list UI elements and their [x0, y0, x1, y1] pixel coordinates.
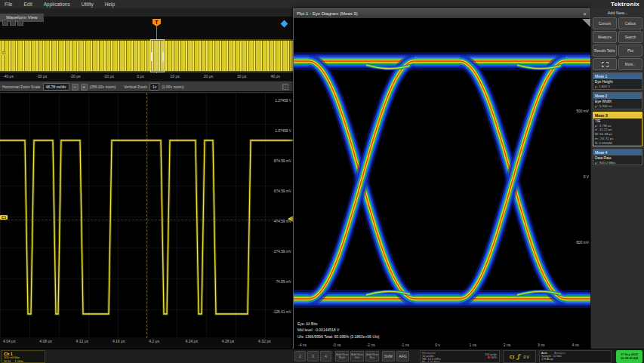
- rising-edge-icon: [516, 354, 522, 360]
- zoom-box-handle[interactable]: [151, 52, 153, 61]
- meas1-header: Meas 1: [593, 73, 642, 79]
- position-dot-icon: [488, 356, 490, 358]
- overview-time-label: 0 μs: [137, 74, 144, 78]
- cursors-button[interactable]: Cursors: [593, 17, 617, 29]
- add-new-label: Add New...: [591, 8, 644, 17]
- zoom-time-label: 4.32 μs: [258, 339, 271, 343]
- eye-source-line: Eye: All Bits: [297, 321, 379, 328]
- eye-diagram-heatmap: [294, 19, 591, 349]
- afg-button[interactable]: AFG: [396, 351, 409, 361]
- zoom-voltage-label: 674.59 mV: [274, 189, 291, 193]
- measurement-badge-meas1[interactable]: Meas 1 Eye Height μ: 1.824 V: [593, 72, 642, 90]
- menu-file[interactable]: File: [5, 2, 12, 7]
- trigger-position-marker[interactable]: T: [153, 19, 161, 26]
- acquisition-count: 179 Acqs: [541, 358, 609, 361]
- channel-1-badge[interactable]: Ch 1 100 mV/div 50 Ω 1 GHz: [2, 350, 45, 363]
- sidebar-button-grid: Cursors Callout Measure Search Results T…: [591, 17, 644, 70]
- search-button[interactable]: Search: [618, 31, 642, 43]
- zoom-box-handle[interactable]: [162, 52, 164, 61]
- eye-time-label: 1 ns: [470, 343, 476, 347]
- overview-tool-icon[interactable]: [10, 20, 16, 26]
- overview-tool-icon[interactable]: [2, 20, 8, 26]
- meas2-value: μ': 5.906 ns: [593, 104, 642, 109]
- add-new-ref-button[interactable]: Add New Ref: [350, 351, 364, 361]
- eye-diagram-window: Plot 1 - Eye Diagram (Meas 3) × Eye: All…: [293, 8, 590, 349]
- plot-button-label: Plot: [627, 49, 633, 53]
- zoom-region-box[interactable]: [150, 39, 165, 72]
- measure-button-label: Measure: [598, 35, 612, 39]
- trigger-source: C1: [510, 355, 514, 359]
- overview-tool-icon[interactable]: [17, 20, 23, 26]
- time-label: 10:28:46 AM: [621, 357, 638, 361]
- more-button[interactable]: More...: [618, 58, 642, 70]
- panel-grid-icon[interactable]: [282, 84, 288, 90]
- measure-button[interactable]: Measure: [593, 31, 617, 43]
- eye-statistics: Eye: All Bits Mid level: -0.00144518 V U…: [297, 321, 379, 340]
- callout-button[interactable]: Callout: [618, 17, 642, 29]
- vertical-zoom-value[interactable]: 1x: [149, 83, 159, 91]
- eye-mid-level-line: Mid level: -0.00144518 V: [297, 327, 379, 334]
- meas2-header: Meas 2: [593, 93, 642, 99]
- datetime-button[interactable]: 17 Sep 2025 10:28:46 AM: [616, 350, 642, 363]
- plot-button[interactable]: Plot: [618, 45, 642, 57]
- overview-time-label: 20 μs: [204, 74, 213, 78]
- zoom-decrease-button[interactable]: −: [72, 84, 79, 91]
- measurement-badge-meas2[interactable]: Meas 2 Eye Width μ': 5.906 ns: [593, 92, 642, 109]
- channel-1-impedance: 50 Ω: [4, 359, 11, 363]
- more-button-label: More...: [625, 63, 636, 66]
- zoom-voltage-label: 1.07459 V: [275, 129, 291, 133]
- cursors-button-label: Cursors: [599, 22, 611, 26]
- draw-box-icon: [602, 62, 609, 67]
- zoom-increase-button[interactable]: +: [81, 84, 88, 91]
- menu-applications[interactable]: Applications: [44, 2, 70, 7]
- results-table-button[interactable]: Results Table: [593, 45, 617, 57]
- eye-time-label: 0 s: [435, 343, 440, 347]
- overview-time-label: 40 μs: [270, 74, 279, 78]
- acquisition-panel[interactable]: Auto Analysis Sample: 12 bits 179 Acqs: [539, 350, 612, 363]
- menu-utility[interactable]: Utility: [82, 2, 94, 7]
- eye-time-label: -2 ns: [367, 343, 375, 347]
- zoom-voltage-label: 74.59 mV: [276, 280, 291, 284]
- zoom-voltage-label: -125.41 mV: [273, 310, 291, 314]
- add-new-bus-button[interactable]: Add New Bus: [365, 351, 379, 361]
- meas2-name: Eye Width: [593, 99, 642, 104]
- overview-toolbar: [2, 20, 23, 26]
- measurement-badge-meas4[interactable]: Meas 4 Data Rate μ': 940.0 Mb/s: [593, 149, 642, 166]
- zoom-time-axis: 4.04 μs4.08 μs4.12 μs4.16 μs4.2 μs4.24 μ…: [0, 338, 293, 347]
- overview-time-label: -10 μs: [103, 74, 114, 78]
- zoom-time-label: 4.04 μs: [3, 339, 16, 343]
- add-new-ref-line2: Ref: [355, 356, 359, 359]
- bottom-settings-bar: Ch 1 100 mV/div 50 Ω 1 GHz 2 3 4 Add New…: [0, 349, 644, 363]
- trigger-settings-panel[interactable]: C1 0 V: [503, 350, 536, 363]
- zoom-waveform-plot[interactable]: C1 1.27459 V1.07459 V874.59 mV674.59 mV4…: [0, 92, 293, 337]
- tektronix-logo: Tektronix: [611, 1, 639, 8]
- menu-help[interactable]: Help: [105, 2, 115, 7]
- horizontal-zoom-scale-value[interactable]: 48.78 ns/div: [43, 83, 69, 91]
- menu-bar: File Edit Applications Utility Help Tekt…: [0, 0, 644, 8]
- zoom-time-label: 4.08 μs: [39, 339, 52, 343]
- view-tab-strip: Waveform View: [0, 8, 293, 17]
- plot-window-titlebar[interactable]: Plot 1 - Eye Diagram (Meas 3) ×: [294, 9, 590, 19]
- eye-time-label: -3 ns: [332, 343, 340, 347]
- horizontal-settings-panel[interactable]: Horizontal 10 μs/div SR: 12.5 GS/s RL: 1…: [420, 350, 500, 363]
- eye-time-label: 3 ns: [538, 343, 544, 347]
- channel-1-marker[interactable]: C1: [0, 215, 8, 220]
- channel-4-button[interactable]: 4: [320, 351, 331, 361]
- waveform-overview-strip[interactable]: C1: [0, 39, 293, 72]
- plot-window-title: Plot 1 - Eye Diagram (Meas 3): [297, 11, 358, 16]
- add-new-math-button[interactable]: Add New Math: [335, 351, 349, 361]
- channel-3-button[interactable]: 3: [307, 351, 319, 361]
- horizontal-zoom-factor: (256.00x zoom): [90, 85, 116, 89]
- svm-button[interactable]: SVM: [382, 351, 395, 361]
- zoom-icon[interactable]: [281, 20, 288, 28]
- channel-2-button[interactable]: 2: [294, 351, 306, 361]
- draw-a-box-button[interactable]: [593, 58, 617, 70]
- eye-diagram-plot[interactable]: Eye: All Bits Mid level: -0.00144518 V U…: [294, 19, 591, 349]
- menu-edit[interactable]: Edit: [23, 2, 32, 7]
- waveform-view-panel: Waveform View T C1 -40 μs-30 μs-20 μs-10…: [0, 8, 293, 349]
- add-new-math-line2: Math: [339, 356, 346, 359]
- close-icon[interactable]: ×: [583, 11, 587, 17]
- overview-time-label: 30 μs: [237, 74, 246, 78]
- measurement-badge-meas3[interactable]: Meas 3 TIE μ': 3.7M as σ': 11.22 ps M: 5…: [593, 112, 642, 146]
- eye-voltage-label: -500 mV: [575, 241, 589, 245]
